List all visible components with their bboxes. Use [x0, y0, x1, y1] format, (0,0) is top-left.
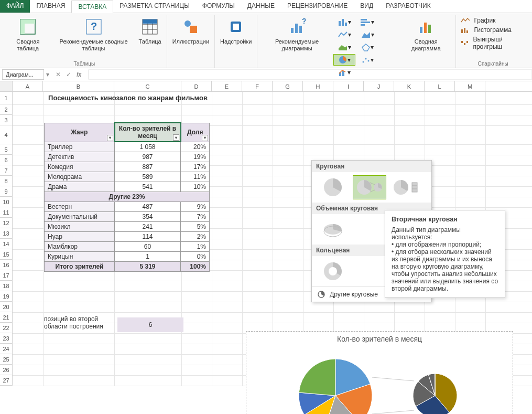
row-header[interactable]: 18: [0, 281, 13, 291]
table-row[interactable]: Комедия88717%: [45, 162, 210, 172]
row-header[interactable]: 20: [0, 302, 13, 312]
row-header[interactable]: 11: [0, 207, 13, 218]
table-row[interactable]: Нуар1142%: [45, 232, 210, 242]
table-row[interactable]: Курицын10%: [45, 252, 210, 262]
table-row[interactable]: Мамблкор601%: [45, 242, 210, 252]
filter-dropdown-icon[interactable]: ▾: [202, 135, 208, 141]
row-header[interactable]: 23: [0, 333, 13, 344]
cancel-formula-icon[interactable]: ✕: [56, 71, 61, 78]
bar-chart-icon[interactable]: ▾: [356, 16, 378, 28]
column-header[interactable]: D: [181, 81, 212, 91]
table-row[interactable]: Детектив98719%: [45, 152, 210, 162]
scatter-chart-icon[interactable]: ▾: [356, 54, 378, 66]
row-header[interactable]: 15: [0, 249, 13, 260]
column-header[interactable]: F: [242, 81, 273, 91]
recommended-charts-button[interactable]: ? Рекомендуемые диаграммы: [260, 15, 333, 53]
header-share[interactable]: Доля▾: [181, 123, 210, 142]
row-header[interactable]: 12: [0, 218, 13, 228]
row-header[interactable]: 6: [0, 155, 13, 165]
pivot-table-button[interactable]: Сводная таблица: [5, 15, 51, 53]
pivot-chart-button[interactable]: Сводная диаграмма: [399, 15, 452, 53]
tab-home[interactable]: ГЛАВНАЯ: [30, 0, 71, 13]
table-row[interactable]: Вестерн4879%: [45, 202, 210, 212]
tab-insert[interactable]: ВСТАВКА: [71, 1, 113, 13]
radar-chart-icon[interactable]: ▾: [356, 41, 378, 53]
pie-of-pie-option[interactable]: [353, 175, 386, 199]
row-header[interactable]: 8: [0, 176, 13, 186]
cell-area[interactable]: Посещаемость кинозалов по жанрам фильмов…: [13, 92, 532, 386]
column-header[interactable]: G: [273, 81, 303, 91]
row-header[interactable]: 27: [0, 375, 13, 386]
tab-review[interactable]: РЕЦЕНЗИРОВАНИЕ: [281, 0, 354, 13]
row-header[interactable]: 13: [0, 228, 13, 239]
sparkline-line-button[interactable]: График: [459, 16, 527, 25]
filter-dropdown-icon[interactable]: ▾: [107, 135, 113, 141]
header-count[interactable]: Кол-во зрителей в месяц▾: [115, 123, 181, 142]
name-box-dropdown[interactable]: ▾: [44, 71, 51, 78]
row-header[interactable]: 14: [0, 239, 13, 249]
aux-value[interactable]: 6: [117, 317, 183, 332]
column-header[interactable]: M: [455, 81, 485, 91]
column-header[interactable]: L: [425, 81, 455, 91]
sparkline-winloss-button[interactable]: Выигрыш/проигрыш: [459, 35, 527, 51]
line-chart-icon[interactable]: ▾: [333, 29, 355, 40]
pie-2d-option[interactable]: [316, 175, 350, 199]
name-box[interactable]: Диаграм...: [2, 69, 44, 80]
tab-data[interactable]: ДАННЫЕ: [241, 0, 281, 13]
row-header[interactable]: 5: [0, 144, 13, 155]
row-header[interactable]: 7: [0, 165, 13, 176]
filter-dropdown-icon[interactable]: ▾: [173, 134, 179, 141]
column-header[interactable]: I: [333, 81, 364, 91]
table-row[interactable]: Мелодрама58911%: [45, 172, 210, 182]
column-header[interactable]: C: [114, 81, 181, 91]
surface-chart-icon[interactable]: ▾: [333, 41, 355, 53]
header-genre[interactable]: Жанр▾: [45, 123, 115, 142]
row-header[interactable]: 25: [0, 354, 13, 365]
bar-of-pie-option[interactable]: [389, 175, 423, 199]
table-row[interactable]: Мюзикл2415%: [45, 222, 210, 232]
column-header[interactable]: K: [394, 81, 425, 91]
column-header[interactable]: E: [212, 81, 242, 91]
accept-formula-icon[interactable]: ✓: [66, 71, 71, 78]
pie-chart-icon[interactable]: ▾: [333, 54, 355, 66]
row-header[interactable]: 21: [0, 312, 13, 323]
row-header[interactable]: 3: [0, 115, 13, 125]
column-header[interactable]: B: [43, 81, 114, 91]
area-chart-icon[interactable]: ▾: [356, 29, 378, 40]
table-row[interactable]: Драма54110%: [45, 182, 210, 192]
addins-button[interactable]: Надстройки: [218, 15, 254, 46]
table-button[interactable]: Таблица: [137, 15, 164, 46]
illustrations-button[interactable]: Иллюстрации: [170, 15, 211, 46]
row-header[interactable]: 17: [0, 270, 13, 281]
row-header[interactable]: 19: [0, 291, 13, 302]
other-summary-row[interactable]: Другие 23%: [45, 192, 210, 202]
row-header[interactable]: 24: [0, 344, 13, 354]
total-row[interactable]: Итого зрителей 5 319 100%: [45, 262, 210, 272]
row-header[interactable]: 22: [0, 323, 13, 333]
fx-icon[interactable]: fx: [77, 71, 81, 78]
tab-page-layout[interactable]: РАЗМЕТКА СТРАНИЦЫ: [113, 0, 196, 13]
select-all-corner[interactable]: [0, 81, 13, 91]
embedded-chart[interactable]: Кол-во зрителей в месяц ТриллерДетективК…: [246, 331, 513, 414]
column-header[interactable]: H: [303, 81, 333, 91]
row-header[interactable]: 1: [0, 92, 13, 104]
row-header[interactable]: 9: [0, 186, 13, 197]
row-header[interactable]: 16: [0, 260, 13, 270]
row-header[interactable]: 4: [0, 125, 13, 144]
pie-3d-option[interactable]: [316, 217, 350, 241]
column-header[interactable]: A: [13, 81, 43, 91]
sparkline-column-button[interactable]: Гистограмма: [459, 26, 527, 34]
table-row[interactable]: Триллер1 05820%: [45, 142, 210, 152]
tab-developer[interactable]: РАЗРАБОТЧИК: [379, 0, 437, 13]
column-chart-icon[interactable]: ▾: [333, 16, 355, 28]
column-header[interactable]: J: [364, 81, 394, 91]
tab-view[interactable]: ВИД: [354, 0, 379, 13]
table-row[interactable]: Документальный3547%: [45, 212, 210, 222]
doughnut-option[interactable]: [316, 259, 350, 283]
recommended-tables-button[interactable]: ? Рекомендуемые сводные таблицы: [51, 15, 137, 53]
formula-input[interactable]: [89, 69, 532, 80]
tab-formulas[interactable]: ФОРМУЛЫ: [196, 0, 241, 13]
row-header[interactable]: 10: [0, 197, 13, 207]
tab-file[interactable]: ФАЙЛ: [0, 0, 30, 13]
row-header[interactable]: 2: [0, 104, 13, 115]
